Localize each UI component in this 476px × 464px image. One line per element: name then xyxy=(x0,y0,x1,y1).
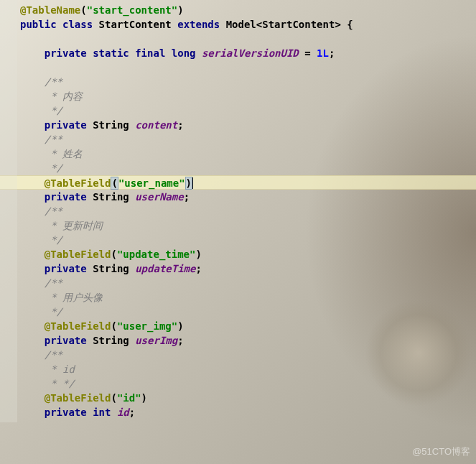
comment-line: */ xyxy=(0,305,476,319)
comment-line: * id xyxy=(0,362,476,376)
code-line: private int id; xyxy=(0,405,476,419)
annotation-tablefield: @TableField xyxy=(45,392,111,404)
code-line: private String userImg; xyxy=(0,333,476,348)
comment-line: /** xyxy=(0,75,476,89)
annotation-tablename: @TableName xyxy=(20,4,80,16)
comment-line: * */ xyxy=(0,376,476,391)
annotation-tablefield: @TableField xyxy=(45,249,111,260)
watermark: @51CTO博客 xyxy=(412,445,470,458)
comment-line: * 更新时间 xyxy=(0,218,476,233)
comment-line: * 用户头像 xyxy=(0,290,476,305)
gutter xyxy=(0,0,17,422)
code-line: @TableField("id") xyxy=(0,391,476,405)
comment-line: */ xyxy=(0,161,476,175)
comment-line: /** xyxy=(0,276,476,290)
code-line xyxy=(0,32,476,46)
comment-line: /** xyxy=(0,348,476,362)
code-line: private String updateTime; xyxy=(0,261,476,276)
code-line xyxy=(0,60,476,75)
code-line: @TableName("start_content") xyxy=(0,3,476,17)
code-editor[interactable]: @TableName("start_content") public class… xyxy=(0,0,476,422)
code-line: private String userName; xyxy=(0,190,476,204)
comment-line: /** xyxy=(0,204,476,218)
comment-line: */ xyxy=(0,233,476,247)
code-line: public class StartContent extends Model<… xyxy=(0,17,476,32)
code-line: @TableField("update_time") xyxy=(0,247,476,261)
code-line: @TableField("user_img") xyxy=(0,319,476,333)
code-line: private String content; xyxy=(0,118,476,132)
annotation-tablefield: @TableField xyxy=(45,320,111,332)
comment-line: /** xyxy=(0,132,476,147)
comment-line: * 姓名 xyxy=(0,147,476,161)
code-line-highlighted: @TableField("user_name") xyxy=(0,175,476,190)
comment-line: */ xyxy=(0,103,476,118)
code-line: private static final long serialVersionU… xyxy=(0,46,476,60)
comment-line: * 内容 xyxy=(0,89,476,103)
annotation-tablefield: @TableField xyxy=(45,177,111,189)
text-caret xyxy=(192,177,193,189)
